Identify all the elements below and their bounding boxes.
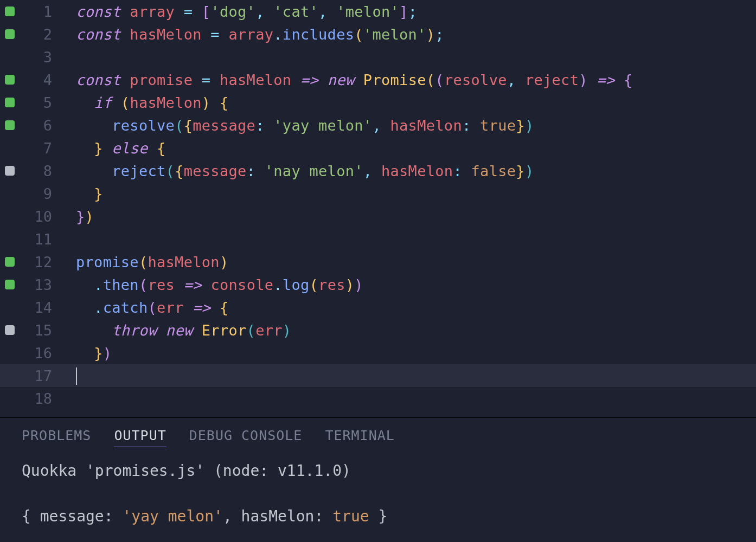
panel-tab-terminal[interactable]: TERMINAL <box>325 428 394 447</box>
code-content[interactable]: if (hasMelon) { <box>52 94 756 111</box>
code-editor[interactable]: 1const array = ['dog', 'cat', 'melon'];2… <box>0 0 756 417</box>
line-number: 3 <box>20 49 52 66</box>
gutter-marker-slot <box>0 75 20 85</box>
code-line[interactable]: 2const hasMelon = array.includes('melon'… <box>0 23 756 46</box>
line-number: 17 <box>20 367 52 384</box>
code-content[interactable] <box>52 366 756 385</box>
code-line[interactable]: 13 .then(res => console.log(res)) <box>0 273 756 296</box>
code-line[interactable]: 16 }) <box>0 341 756 364</box>
code-content[interactable]: const hasMelon = array.includes('melon')… <box>52 26 756 43</box>
code-line[interactable]: 11 <box>0 228 756 250</box>
coverage-marker-green <box>5 257 15 267</box>
code-content[interactable]: } else { <box>52 140 756 157</box>
gutter-marker-slot <box>0 98 20 107</box>
code-content[interactable]: throw new Error(err) <box>52 322 756 339</box>
code-content[interactable]: .catch(err => { <box>52 299 756 316</box>
gutter-marker-slot <box>0 325 20 335</box>
line-number: 10 <box>20 208 52 225</box>
code-content[interactable]: promise(hasMelon) <box>52 254 756 270</box>
code-content[interactable]: } <box>52 185 756 202</box>
code-content[interactable]: }) <box>52 345 756 362</box>
code-content[interactable]: const array = ['dog', 'cat', 'melon']; <box>52 3 756 20</box>
line-number: 9 <box>20 185 52 202</box>
code-line[interactable]: 7 } else { <box>0 137 756 159</box>
coverage-marker-green <box>5 120 15 130</box>
output-result: { message: 'yay melon', hasMelon: true } <box>22 505 734 528</box>
panel-tabs: PROBLEMSOUTPUTDEBUG CONSOLETERMINAL <box>22 428 734 459</box>
code-line[interactable]: 6 resolve({message: 'yay melon', hasMelo… <box>0 114 756 137</box>
code-line[interactable]: 17 <box>0 364 756 387</box>
code-line[interactable]: 1const array = ['dog', 'cat', 'melon']; <box>0 0 756 23</box>
line-number: 16 <box>20 345 52 362</box>
line-number: 8 <box>20 163 52 179</box>
panel-tab-debug-console[interactable]: DEBUG CONSOLE <box>189 428 303 447</box>
code-line[interactable]: 9 } <box>0 182 756 205</box>
line-number: 1 <box>20 3 52 20</box>
coverage-marker-green <box>5 29 15 39</box>
code-content[interactable]: reject({message: 'nay melon', hasMelon: … <box>52 163 756 179</box>
line-number: 11 <box>20 231 52 248</box>
line-number: 14 <box>20 299 52 316</box>
gutter-marker-slot <box>0 166 20 176</box>
line-number: 13 <box>20 276 52 293</box>
panel-tab-problems[interactable]: PROBLEMS <box>22 428 91 447</box>
coverage-marker-green <box>5 98 15 107</box>
coverage-marker-green <box>5 7 15 16</box>
output-header: Quokka 'promises.js' (node: v11.1.0) <box>22 459 734 483</box>
gutter-marker-slot <box>0 29 20 39</box>
code-line[interactable]: 15 throw new Error(err) <box>0 319 756 341</box>
panel-tab-output[interactable]: OUTPUT <box>114 428 166 447</box>
coverage-marker-green <box>5 75 15 85</box>
coverage-marker-gray <box>5 325 15 335</box>
code-content[interactable]: }) <box>52 208 756 225</box>
gutter-marker-slot <box>0 280 20 289</box>
code-content[interactable]: .then(res => console.log(res)) <box>52 276 756 293</box>
code-line[interactable]: 3 <box>0 46 756 68</box>
bottom-panel: PROBLEMSOUTPUTDEBUG CONSOLETERMINAL Quok… <box>0 417 756 538</box>
coverage-marker-green <box>5 280 15 289</box>
code-line[interactable]: 14 .catch(err => { <box>0 296 756 319</box>
text-cursor <box>76 367 77 385</box>
code-line[interactable]: 10}) <box>0 205 756 228</box>
line-number: 4 <box>20 72 52 88</box>
gutter-marker-slot <box>0 7 20 16</box>
code-line[interactable]: 5 if (hasMelon) { <box>0 91 756 114</box>
code-line[interactable]: 18 <box>0 387 756 410</box>
line-number: 12 <box>20 254 52 270</box>
code-content[interactable]: resolve({message: 'yay melon', hasMelon:… <box>52 117 756 134</box>
line-number: 18 <box>20 390 52 407</box>
line-number: 5 <box>20 94 52 111</box>
gutter-marker-slot <box>0 120 20 130</box>
code-line[interactable]: 4const promise = hasMelon => new Promise… <box>0 68 756 91</box>
coverage-marker-gray <box>5 166 15 176</box>
line-number: 15 <box>20 322 52 339</box>
code-line[interactable]: 12promise(hasMelon) <box>0 250 756 273</box>
panel-output: Quokka 'promises.js' (node: v11.1.0) { m… <box>22 459 734 528</box>
code-content[interactable]: const promise = hasMelon => new Promise(… <box>52 72 756 88</box>
gutter-marker-slot <box>0 257 20 267</box>
line-number: 6 <box>20 117 52 134</box>
line-number: 7 <box>20 140 52 157</box>
line-number: 2 <box>20 26 52 43</box>
code-line[interactable]: 8 reject({message: 'nay melon', hasMelon… <box>0 159 756 182</box>
